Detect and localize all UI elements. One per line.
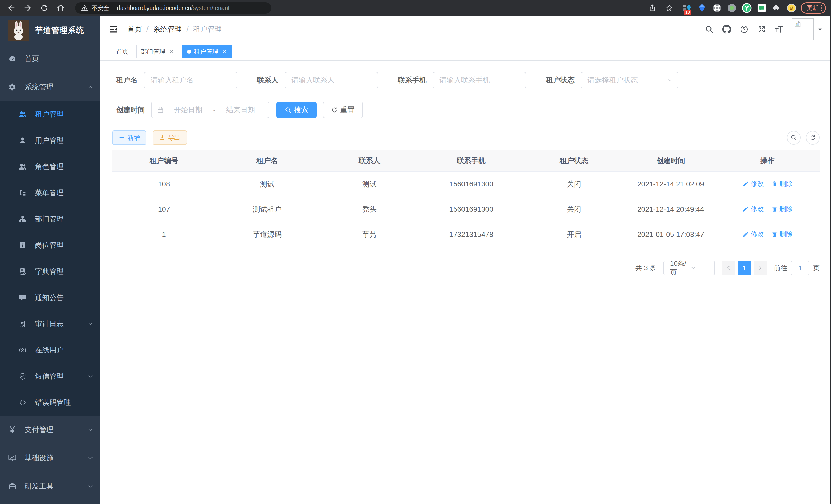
monitor-icon xyxy=(7,453,18,463)
sidebar-item-system[interactable]: 系统管理 xyxy=(0,73,100,101)
fullscreen-button[interactable] xyxy=(753,21,770,38)
sidebar-item-notice[interactable]: 通知公告 xyxy=(0,285,100,311)
share-icon[interactable] xyxy=(646,2,659,14)
refresh-table-button[interactable] xyxy=(806,131,820,145)
breadcrumb-item[interactable]: 首页 xyxy=(127,24,142,34)
tab-grid-extension-icon[interactable]: 10 xyxy=(682,3,692,13)
sidebar-item-online[interactable]: 在线用户 xyxy=(0,337,100,363)
create-time-range-picker[interactable]: 开始日期 - 结束日期 xyxy=(151,102,269,118)
table-cell-actions: 修改删除 xyxy=(715,197,820,222)
delete-link-label: 删除 xyxy=(779,230,793,239)
tab-部门管理[interactable]: 部门管理 xyxy=(136,45,179,58)
browser-home-icon[interactable] xyxy=(55,2,67,14)
message-icon xyxy=(18,293,28,303)
chat-extension-icon[interactable] xyxy=(757,3,767,13)
table-cell: 关闭 xyxy=(522,197,626,222)
window-edge xyxy=(830,0,831,504)
edit-link[interactable]: 修改 xyxy=(742,205,764,213)
tenant-name-input[interactable] xyxy=(144,72,237,88)
close-icon[interactable] xyxy=(221,48,228,55)
emoji-extension-icon[interactable] xyxy=(786,3,796,13)
table-cell: 关闭 xyxy=(522,172,626,197)
app-logo-row[interactable]: 芋道管理系统 xyxy=(0,16,100,45)
sidebar-item-home[interactable]: 首页 xyxy=(0,45,100,73)
create-time-label: 创建时间 xyxy=(112,105,151,115)
gem-extension-icon[interactable] xyxy=(697,3,707,13)
toggle-search-button[interactable] xyxy=(787,131,801,145)
status-select[interactable]: 请选择租户状态 xyxy=(581,72,678,88)
browser-reload-icon[interactable] xyxy=(38,2,50,14)
next-page-button[interactable] xyxy=(754,261,767,275)
sidebar-item-infra[interactable]: 基础设施 xyxy=(0,444,100,472)
puzzle-extensions-icon[interactable] xyxy=(772,3,781,13)
browser-forward-icon[interactable] xyxy=(22,2,34,14)
sidebar-item-user[interactable]: 用户管理 xyxy=(0,127,100,154)
contact-input[interactable] xyxy=(285,72,378,88)
tab-租户管理[interactable]: 租户管理 xyxy=(182,45,232,58)
security-label: 不安全 xyxy=(91,4,109,12)
breadcrumb-item[interactable]: 系统管理 xyxy=(153,24,182,34)
page-number-1[interactable]: 1 xyxy=(738,261,751,275)
delete-link[interactable]: 删除 xyxy=(771,179,793,188)
sidebar-item-tenant[interactable]: 租户管理 xyxy=(0,101,100,127)
delete-link[interactable]: 删除 xyxy=(771,205,793,213)
font-size-button[interactable] xyxy=(770,21,788,38)
sidebar-item-dict[interactable]: 字典管理 xyxy=(0,259,100,285)
tab-首页[interactable]: 首页 xyxy=(112,45,133,58)
search-button[interactable] xyxy=(700,21,718,38)
sidebar-item-audit[interactable]: 审计日志 xyxy=(0,311,100,337)
table-cell: 15601691300 xyxy=(420,197,522,222)
mobile-input[interactable] xyxy=(433,72,526,88)
search-button[interactable]: 搜索 xyxy=(277,102,317,118)
edit-link[interactable]: 修改 xyxy=(742,230,764,239)
table-cell: 17321315478 xyxy=(420,222,522,247)
sidebar-item-post[interactable]: 岗位管理 xyxy=(0,232,100,259)
delete-link[interactable]: 删除 xyxy=(771,230,793,239)
sidebar-item-errcode[interactable]: 错误码管理 xyxy=(0,389,100,416)
sidebar-item-devtools[interactable]: 研发工具 xyxy=(0,472,100,500)
sidebar-item-dept[interactable]: 部门管理 xyxy=(0,206,100,232)
help-button[interactable] xyxy=(736,21,753,38)
refresh-icon xyxy=(331,107,338,113)
tab-label: 部门管理 xyxy=(141,48,166,56)
close-icon[interactable] xyxy=(168,48,175,55)
goto-page-input[interactable] xyxy=(791,261,809,275)
end-date-placeholder: 结束日期 xyxy=(218,105,264,115)
chevron-down-icon xyxy=(87,454,94,462)
chrome-update-button[interactable]: 更新 xyxy=(801,2,826,13)
sidebar-item-sms[interactable]: 短信管理 xyxy=(0,363,100,389)
avatar[interactable] xyxy=(792,19,813,40)
sidebar-collapse-icon[interactable] xyxy=(108,24,119,35)
navbar: 首页/系统管理/租户管理 xyxy=(100,16,831,43)
tree-icon xyxy=(18,188,28,198)
column-header: 租户编号 xyxy=(112,150,216,172)
browser-back-icon[interactable] xyxy=(5,2,18,14)
security-warning-icon[interactable] xyxy=(81,5,88,11)
gear-icon xyxy=(7,82,18,92)
prev-page-button[interactable] xyxy=(722,261,735,275)
tenant-table: 租户编号租户名联系人联系手机租户状态创建时间操作 108测试测试15601691… xyxy=(112,150,820,247)
chevron-down-icon xyxy=(87,320,94,328)
reset-button[interactable]: 重置 xyxy=(323,102,363,118)
record-extension-icon[interactable] xyxy=(727,3,737,13)
command-extension-icon[interactable] xyxy=(712,3,722,13)
sidebar-item-menu[interactable]: 菜单管理 xyxy=(0,180,100,206)
edit-link[interactable]: 修改 xyxy=(742,179,764,188)
table-row: 108测试测试15601691300关闭2021-12-14 21:02:09修… xyxy=(112,172,820,197)
page-size-select[interactable]: 10条/页 xyxy=(663,261,715,275)
sidebar-item-pay[interactable]: 支付管理 xyxy=(0,416,100,444)
y-extension-icon[interactable] xyxy=(742,3,752,13)
bookmark-star-icon[interactable] xyxy=(663,2,676,14)
calendar-icon xyxy=(157,106,164,114)
caret-down-icon[interactable] xyxy=(818,27,823,32)
sidebar-item-label: 用户管理 xyxy=(35,136,64,145)
github-button[interactable] xyxy=(718,21,736,38)
address-bar[interactable]: 不安全 dashboard.yudao.iocoder.cn/system/te… xyxy=(75,2,271,13)
column-header: 租户名 xyxy=(216,150,319,172)
edit-link-label: 修改 xyxy=(751,205,764,213)
export-button[interactable]: 导出 xyxy=(153,130,187,145)
table-cell: 测试租户 xyxy=(216,197,319,222)
sidebar-item-role[interactable]: 角色管理 xyxy=(0,154,100,180)
add-button[interactable]: 新增 xyxy=(112,130,146,145)
chrome-menu-icon[interactable] xyxy=(821,5,822,11)
